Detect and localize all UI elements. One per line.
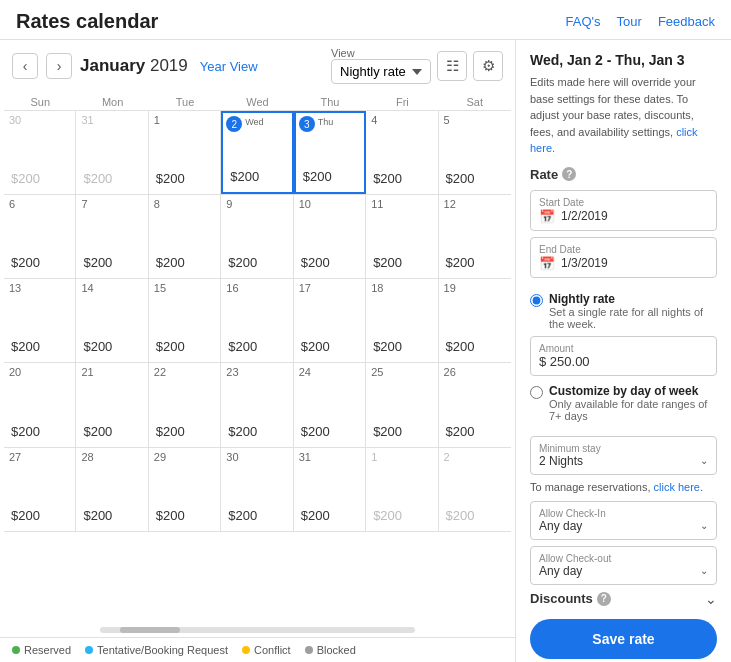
cell-price: $200 (81, 420, 142, 443)
calendar-cell[interactable]: 30$200 (221, 448, 293, 531)
check-out-chevron-icon: ⌄ (700, 565, 708, 576)
calendar-cell[interactable]: 1$200 (149, 111, 221, 194)
cell-date: 21 (81, 367, 142, 378)
min-stay-value: 2 Nights (539, 454, 583, 468)
calendar-cell[interactable]: 11$200 (366, 195, 438, 278)
cell-price: $200 (226, 420, 287, 443)
calendar-cell[interactable]: 15$200 (149, 279, 221, 362)
calendar-cell[interactable]: 30$200 (4, 111, 76, 194)
year-view-link[interactable]: Year View (200, 59, 258, 74)
cell-date: 31 (81, 115, 142, 126)
calendar-cell[interactable]: 1$200 (366, 448, 438, 531)
calendar-cell[interactable]: 10$200 (294, 195, 366, 278)
legend-label: Conflict (254, 644, 291, 656)
cell-date: 8 (154, 199, 215, 210)
faq-link[interactable]: FAQ's (566, 14, 601, 29)
start-date-value: 1/2/2019 (561, 209, 608, 223)
legend-item: Reserved (12, 644, 71, 656)
legend-item: Blocked (305, 644, 356, 656)
grid-view-button[interactable]: ☷ (437, 51, 467, 81)
tour-link[interactable]: Tour (617, 14, 642, 29)
day-label: Thu (318, 117, 334, 127)
right-panel: Wed, Jan 2 - Thu, Jan 3 Edits made here … (516, 40, 731, 662)
save-rate-button[interactable]: Save rate (530, 619, 717, 659)
settings-button[interactable]: ⚙ (473, 51, 503, 81)
start-date-field[interactable]: Start Date 📅 1/2/2019 (530, 190, 717, 231)
rate-help-icon[interactable]: ? (562, 167, 576, 181)
discounts-chevron-icon[interactable]: ⌄ (705, 591, 717, 607)
calendar-cell[interactable]: 31$200 (294, 448, 366, 531)
customize-radio[interactable] (530, 386, 543, 399)
calendar-week-4: 27$20028$20029$20030$20031$2001$2002$200 (4, 448, 511, 532)
calendar-cell[interactable]: 16$200 (221, 279, 293, 362)
calendar-cell[interactable]: 12$200 (439, 195, 511, 278)
end-date-field[interactable]: End Date 📅 1/3/2019 (530, 237, 717, 278)
cell-date: 29 (154, 452, 215, 463)
cell-date: 16 (226, 283, 287, 294)
calendar-cell[interactable]: 26$200 (439, 363, 511, 446)
calendar-cell[interactable]: 9$200 (221, 195, 293, 278)
cell-date: 30 (226, 452, 287, 463)
calendar-cell[interactable]: 24$200 (294, 363, 366, 446)
calendar-cell[interactable]: 18$200 (366, 279, 438, 362)
cell-price: $200 (154, 420, 215, 443)
amount-value: $ 250.00 (539, 354, 708, 369)
nightly-rate-radio[interactable] (530, 294, 543, 307)
calendar-cell[interactable]: 22$200 (149, 363, 221, 446)
cell-price: $200 (154, 504, 215, 527)
check-in-field[interactable]: Allow Check-In Any day ⌄ (530, 501, 717, 540)
cell-date: 18 (371, 283, 432, 294)
cell-price: $200 (81, 167, 142, 190)
calendar-cell[interactable]: 6$200 (4, 195, 76, 278)
legend-dot (305, 646, 313, 654)
next-month-button[interactable]: › (46, 53, 72, 79)
cell-date: 24 (299, 367, 360, 378)
cell-date: 23 (226, 367, 287, 378)
view-dropdown[interactable]: Nightly rate (331, 59, 431, 84)
legend-dot (12, 646, 20, 654)
amount-field[interactable]: Amount $ 250.00 (530, 336, 717, 376)
panel-title: Wed, Jan 2 - Thu, Jan 3 (530, 52, 717, 68)
calendar-cell[interactable]: 17$200 (294, 279, 366, 362)
calendar-cell[interactable]: 28$200 (76, 448, 148, 531)
cell-date: 1 (371, 452, 432, 463)
calendar-cell[interactable]: 2Wed$200 (221, 111, 293, 194)
cell-date: 30 (9, 115, 70, 126)
cell-price: $200 (371, 504, 432, 527)
calendar-cell[interactable]: 29$200 (149, 448, 221, 531)
cell-price: $200 (371, 335, 432, 358)
calendar-cell[interactable]: 13$200 (4, 279, 76, 362)
discounts-help-icon[interactable]: ? (597, 592, 611, 606)
customize-label: Customize by day of week (549, 384, 717, 398)
manage-reservations-link[interactable]: click here. (654, 481, 704, 493)
cell-date: 20 (9, 367, 70, 378)
calendar-cell[interactable]: 5$200 (439, 111, 511, 194)
calendar-cell[interactable]: 31$200 (76, 111, 148, 194)
prev-month-button[interactable]: ‹ (12, 53, 38, 79)
cell-date: 19 (444, 283, 506, 294)
calendar-cell[interactable]: 25$200 (366, 363, 438, 446)
calendar-week-1: 6$2007$2008$2009$20010$20011$20012$200 (4, 195, 511, 279)
calendar-cell[interactable]: 14$200 (76, 279, 148, 362)
page-title: Rates calendar (16, 10, 566, 33)
cell-price: $200 (444, 420, 506, 443)
calendar-cell[interactable]: 7$200 (76, 195, 148, 278)
calendar-cell[interactable]: 19$200 (439, 279, 511, 362)
min-stay-field[interactable]: Minimum stay 2 Nights ⌄ (530, 436, 717, 475)
calendar-cell[interactable]: 8$200 (149, 195, 221, 278)
check-out-field[interactable]: Allow Check-out Any day ⌄ (530, 546, 717, 585)
calendar-cell[interactable]: 27$200 (4, 448, 76, 531)
calendar-cell[interactable]: 4$200 (366, 111, 438, 194)
calendar-cell[interactable]: 21$200 (76, 363, 148, 446)
cell-date: 31 (299, 452, 360, 463)
calendar-cell[interactable]: 20$200 (4, 363, 76, 446)
cell-date: 17 (299, 283, 360, 294)
calendar-cell[interactable]: 2$200 (439, 448, 511, 531)
calendar-cell[interactable]: 23$200 (221, 363, 293, 446)
calendar-cell[interactable]: 3Thu$200 (294, 111, 366, 194)
day-headers: Sun Mon Tue Wed Thu Fri Sat (4, 92, 511, 111)
cell-price: $200 (81, 335, 142, 358)
feedback-link[interactable]: Feedback (658, 14, 715, 29)
legend-item: Conflict (242, 644, 291, 656)
cell-price: $200 (299, 251, 360, 274)
